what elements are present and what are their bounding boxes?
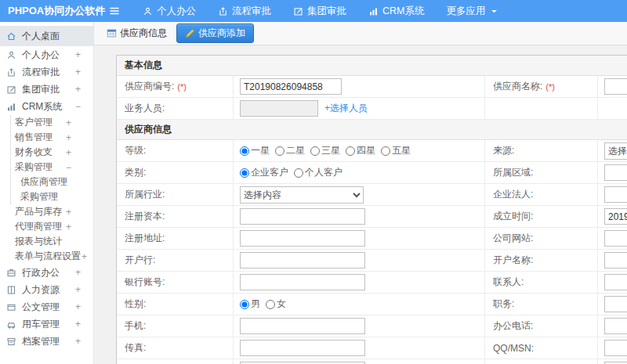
pencil-icon	[185, 28, 195, 38]
expand-plus-icon[interactable]: +	[66, 222, 71, 232]
radio-option[interactable]: 企业客户	[240, 166, 288, 179]
radio-input[interactable]	[240, 168, 249, 178]
topnav-item[interactable]: CRM系统	[357, 0, 435, 22]
book-icon	[6, 285, 16, 295]
sidebar-item[interactable]: CRM系统−	[0, 98, 93, 115]
sidebar-item[interactable]: 财务收支+	[0, 145, 93, 160]
radio-input[interactable]	[294, 168, 303, 178]
radio-option[interactable]: 四星	[346, 144, 375, 157]
radio-input[interactable]	[240, 146, 249, 156]
sidebar-item-label: 报表与统计	[15, 235, 62, 248]
text-input[interactable]	[604, 296, 627, 312]
text-input[interactable]	[604, 340, 627, 356]
expand-plus-icon[interactable]: +	[66, 147, 71, 158]
expand-plus-icon[interactable]: +	[75, 67, 81, 77]
text-input[interactable]	[604, 186, 627, 203]
section-title: 供应商信息	[117, 120, 627, 140]
topnav-item[interactable]: 个人办公	[132, 0, 207, 22]
topnav-item[interactable]: 流程审批	[207, 0, 282, 22]
expand-plus-icon[interactable]: +	[75, 284, 81, 295]
text-input[interactable]	[240, 252, 365, 268]
text-input[interactable]	[240, 78, 342, 95]
sidebar-item[interactable]: 流程审批+	[0, 63, 93, 81]
expand-plus-icon[interactable]: +	[75, 319, 81, 330]
form-row: 手机:办公电话:	[117, 315, 627, 337]
text-input[interactable]	[240, 230, 365, 247]
expand-plus-icon[interactable]: +	[75, 49, 81, 60]
sidebar-item[interactable]: 集团审批+	[0, 81, 93, 98]
radio-input[interactable]	[346, 146, 355, 156]
tab-supplier-info[interactable]: 供应商信息	[102, 24, 172, 42]
text-input[interactable]	[604, 252, 627, 268]
topnav-item[interactable]: 更多应用	[435, 0, 510, 22]
expand-plus-icon[interactable]: +	[82, 251, 87, 262]
sidebar-item[interactable]: 报表与统计	[0, 234, 93, 249]
text-input[interactable]	[240, 340, 365, 356]
radio-input[interactable]	[266, 300, 275, 309]
field-label: 开户名称:	[485, 250, 598, 271]
sidebar-item[interactable]: 销售管理+	[0, 130, 93, 145]
radio-option[interactable]: 五星	[381, 144, 411, 157]
radio-option[interactable]: 男	[240, 297, 260, 311]
sidebar-item[interactable]: 档案管理+	[0, 333, 93, 350]
sidebar-item-label: 采购管理	[20, 190, 58, 204]
expand-plus-icon[interactable]: +	[75, 84, 81, 95]
radio-option[interactable]: 个人客户	[294, 166, 342, 179]
expand-plus-icon[interactable]: +	[66, 207, 71, 218]
tab-supplier-add[interactable]: 供应商添加	[176, 23, 254, 43]
text-input[interactable]	[604, 164, 627, 181]
expand-plus-icon[interactable]: +	[66, 117, 71, 128]
sidebar-item[interactable]: 用车管理+	[0, 315, 93, 333]
sidebar-item[interactable]: 个人办公+	[0, 46, 93, 63]
sidebar-item[interactable]: 代理商管理+	[0, 219, 93, 234]
radio-option[interactable]: 女	[266, 297, 286, 311]
select-input[interactable]: 选择内容	[604, 142, 627, 160]
text-input[interactable]	[240, 318, 365, 334]
radio-input[interactable]	[240, 300, 249, 309]
form-row: 业务人员:+选择人员	[117, 98, 627, 120]
collapse-minus-icon[interactable]: −	[66, 162, 71, 173]
text-input[interactable]	[604, 318, 627, 334]
field-cell	[598, 337, 627, 359]
field-cell: 一星二星三星四星五星	[234, 140, 485, 161]
hamburger-icon[interactable]	[108, 5, 121, 17]
field-cell	[598, 184, 627, 205]
field-cell	[598, 250, 627, 271]
sidebar-item-label: CRM系统	[22, 100, 62, 114]
sidebar-item[interactable]: 产品与库存+	[0, 204, 93, 219]
text-input[interactable]	[604, 208, 627, 225]
text-input[interactable]	[604, 274, 627, 290]
radio-option[interactable]: 一星	[240, 144, 270, 157]
sidebar-item[interactable]: 采购管理−	[0, 160, 93, 175]
expand-plus-icon[interactable]: +	[66, 132, 71, 143]
form-row: 银行账号:联系人:	[117, 272, 627, 294]
text-input[interactable]	[240, 208, 365, 225]
topnav-item[interactable]: 集团审批	[282, 0, 357, 22]
field-label: 职务:	[485, 294, 598, 315]
sidebar-item[interactable]: 供应商管理	[0, 175, 93, 189]
expand-plus-icon[interactable]: +	[75, 336, 81, 347]
main-content: 供应商信息供应商添加 基本信息供应商编号:(*)供应商名称:(*)业务人员:+选…	[94, 22, 627, 364]
collapse-minus-icon[interactable]: −	[75, 101, 81, 112]
text-input[interactable]	[604, 78, 627, 95]
sidebar-item[interactable]: 客户管理+	[0, 115, 93, 130]
sidebar-item[interactable]: 表单与流程设置+	[0, 249, 93, 264]
expand-plus-icon[interactable]: +	[75, 301, 81, 312]
picker-input[interactable]	[240, 100, 318, 117]
select-input[interactable]: 选择内容	[240, 186, 364, 204]
radio-input[interactable]	[275, 146, 285, 156]
sidebar-item[interactable]: 个人桌面	[0, 26, 93, 46]
radio-input[interactable]	[381, 146, 390, 156]
expand-plus-icon[interactable]: +	[75, 267, 81, 278]
text-input[interactable]	[240, 274, 365, 290]
sidebar-item[interactable]: 公文管理+	[0, 298, 93, 315]
text-input[interactable]	[604, 230, 627, 247]
choose-person-link[interactable]: +选择人员	[324, 102, 368, 115]
sidebar-item[interactable]: 人力资源+	[0, 281, 93, 298]
sidebar-item[interactable]: 采购管理	[0, 189, 93, 204]
radio-option[interactable]: 二星	[275, 144, 305, 157]
radio-label: 三星	[321, 144, 340, 157]
radio-option[interactable]: 三星	[310, 144, 340, 157]
radio-input[interactable]	[310, 146, 320, 156]
sidebar-item[interactable]: 行政办公+	[0, 264, 93, 281]
